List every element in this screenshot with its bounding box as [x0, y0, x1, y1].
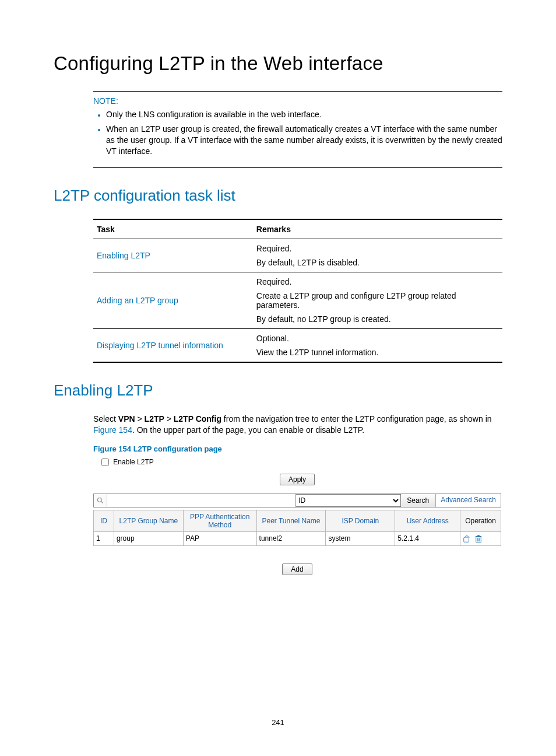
section-title-task-list: L2TP configuration task list [54, 187, 502, 205]
note-box: NOTE: Only the LNS configuration is avai… [93, 91, 502, 168]
table-row: 1 group PAP tunnel2 system 5.2.1.4 [94, 531, 501, 545]
remark-text: By default, no L2TP group is created. [256, 312, 499, 326]
enable-l2tp-label: Enable L2TP [113, 457, 153, 466]
col-group-name[interactable]: L2TP Group Name [114, 510, 183, 531]
cell-id: 1 [94, 531, 114, 545]
note-label: NOTE: [93, 96, 502, 106]
col-isp-domain[interactable]: ISP Domain [326, 510, 395, 531]
text: . On the upper part of the page, you can… [132, 425, 364, 435]
search-input[interactable] [107, 494, 295, 507]
note-item: Only the LNS configuration is available … [106, 109, 502, 120]
add-button[interactable]: Add [282, 564, 312, 575]
nav-l2tp-config: L2TP Config [174, 414, 221, 424]
apply-button[interactable]: Apply [280, 474, 315, 485]
col-peer-tunnel[interactable]: Peer Tunnel Name [256, 510, 326, 531]
cell-addr: 5.2.1.4 [395, 531, 460, 545]
figure-link[interactable]: Figure 154 [93, 425, 132, 435]
remark-text: Optional. [256, 331, 499, 345]
search-icon [94, 494, 107, 507]
enabling-paragraph: Select VPN > L2TP > L2TP Config from the… [93, 414, 502, 436]
cell-isp: system [326, 531, 395, 545]
svg-line-1 [101, 501, 103, 503]
l2tp-config-ui: Enable L2TP Apply ID Search Advanced Sea… [93, 457, 501, 575]
cell-group: group [114, 531, 183, 545]
sep: > [135, 414, 145, 424]
enable-l2tp-checkbox[interactable] [101, 459, 109, 466]
nav-vpn: VPN [118, 414, 135, 424]
text: Select [93, 414, 118, 424]
page-title: Configuring L2TP in the Web interface [54, 52, 502, 75]
note-item: When an L2TP user group is created, the … [106, 124, 502, 157]
l2tp-group-grid: ID L2TP Group Name PPP Authentication Me… [93, 510, 501, 546]
task-link-adding-l2tp-group[interactable]: Adding an L2TP group [97, 296, 178, 305]
section-title-enabling-l2tp: Enabling L2TP [54, 382, 502, 400]
nav-l2tp: L2TP [145, 414, 164, 424]
edit-icon[interactable] [463, 534, 475, 542]
svg-rect-2 [464, 537, 469, 542]
remark-text: Required. [256, 242, 499, 256]
page-number: 241 [0, 718, 556, 727]
note-list: Only the LNS configuration is available … [93, 109, 502, 157]
col-ppp-auth[interactable]: PPP Authentication Method [183, 510, 256, 531]
cell-operation [460, 531, 501, 545]
remark-text: View the L2TP tunnel information. [256, 345, 499, 359]
task-table: Task Remarks Enabling L2TP Required. By … [93, 219, 502, 363]
task-header-remarks: Remarks [253, 219, 502, 239]
text: from the navigation tree to enter the L2… [221, 414, 492, 424]
cell-peer: tunnel2 [256, 531, 326, 545]
svg-rect-5 [478, 535, 480, 536]
task-link-displaying-l2tp-tunnel-info[interactable]: Displaying L2TP tunnel information [97, 341, 223, 350]
advanced-search-link[interactable]: Advanced Search [435, 494, 501, 507]
remark-text: Create a L2TP group and configure L2TP g… [256, 289, 499, 312]
remark-text: Required. [256, 275, 499, 289]
svg-rect-4 [476, 536, 481, 537]
col-operation: Operation [460, 510, 501, 531]
remark-text: By default, L2TP is disabled. [256, 256, 499, 270]
task-header-task: Task [93, 219, 253, 239]
task-link-enabling-l2tp[interactable]: Enabling L2TP [97, 251, 150, 260]
search-field-select[interactable]: ID [295, 494, 400, 507]
cell-ppp: PAP [183, 531, 256, 545]
col-user-address[interactable]: User Address [395, 510, 460, 531]
svg-point-0 [98, 498, 102, 502]
search-bar: ID Search Advanced Search [93, 494, 501, 508]
col-id[interactable]: ID [94, 510, 114, 531]
sep: > [164, 414, 174, 424]
trash-icon[interactable] [475, 534, 484, 542]
search-button[interactable]: Search [400, 494, 435, 507]
figure-caption: Figure 154 L2TP configuration page [93, 444, 502, 453]
